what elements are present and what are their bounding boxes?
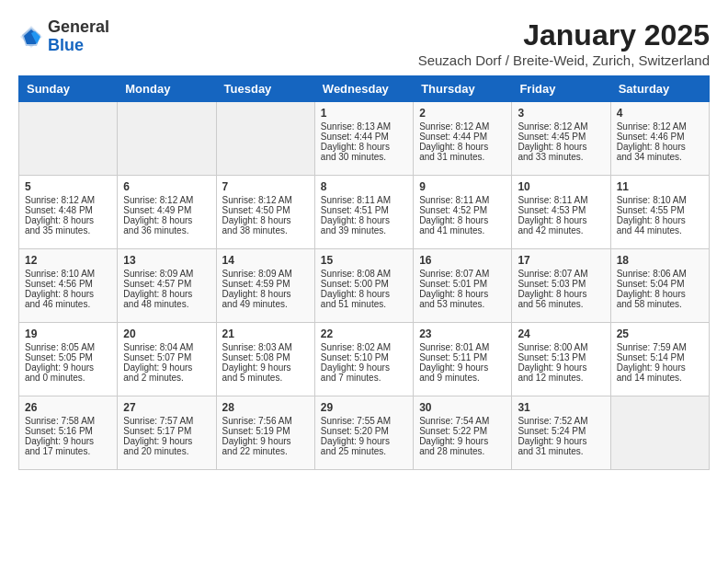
day-info: Daylight: 8 hours bbox=[321, 289, 407, 299]
weekday-header-sunday: Sunday bbox=[19, 76, 118, 102]
calendar-cell: 4Sunrise: 8:12 AMSunset: 4:46 PMDaylight… bbox=[610, 102, 709, 176]
calendar-cell: 2Sunrise: 8:12 AMSunset: 4:44 PMDaylight… bbox=[414, 102, 512, 176]
day-info: Sunset: 4:49 PM bbox=[123, 205, 210, 215]
day-info: Sunrise: 8:12 AM bbox=[419, 121, 506, 132]
calendar-cell bbox=[118, 102, 216, 176]
day-number: 13 bbox=[123, 254, 210, 267]
calendar-cell: 6Sunrise: 8:12 AMSunset: 4:49 PMDaylight… bbox=[118, 176, 216, 249]
day-number: 27 bbox=[123, 401, 210, 414]
calendar-cell: 21Sunrise: 8:03 AMSunset: 5:08 PMDayligh… bbox=[216, 323, 314, 396]
day-info: Daylight: 8 hours bbox=[123, 289, 210, 299]
day-info: Sunrise: 8:12 AM bbox=[518, 121, 604, 132]
day-info: Sunrise: 8:10 AM bbox=[25, 269, 111, 279]
day-info: Sunrise: 7:59 AM bbox=[617, 342, 703, 352]
calendar-week-row: 5Sunrise: 8:12 AMSunset: 4:48 PMDaylight… bbox=[19, 176, 710, 249]
weekday-header-monday: Monday bbox=[118, 76, 216, 102]
calendar-cell: 7Sunrise: 8:12 AMSunset: 4:50 PMDaylight… bbox=[216, 176, 314, 249]
calendar-subtitle: Seuzach Dorf / Breite-Weid, Zurich, Swit… bbox=[418, 52, 710, 68]
weekday-header-friday: Friday bbox=[512, 76, 610, 102]
day-info: Sunrise: 8:05 AM bbox=[25, 342, 111, 352]
day-info: and 5 minutes. bbox=[222, 373, 309, 383]
day-info: and 2 minutes. bbox=[123, 373, 210, 383]
day-info: Daylight: 9 hours bbox=[123, 436, 210, 446]
day-number: 9 bbox=[419, 180, 506, 193]
day-number: 5 bbox=[25, 180, 111, 193]
logo-icon bbox=[18, 24, 44, 50]
calendar-cell: 29Sunrise: 7:55 AMSunset: 5:20 PMDayligh… bbox=[314, 396, 413, 470]
day-info: Sunrise: 8:09 AM bbox=[222, 269, 309, 279]
day-info: Sunset: 5:08 PM bbox=[222, 352, 309, 362]
calendar-title: January 2025 bbox=[418, 18, 710, 52]
day-info: Sunrise: 8:03 AM bbox=[222, 342, 309, 352]
day-info: Sunrise: 8:07 AM bbox=[518, 269, 604, 279]
day-info: Sunrise: 8:10 AM bbox=[617, 195, 703, 205]
day-info: Sunrise: 7:55 AM bbox=[321, 416, 407, 426]
day-info: and 30 minutes. bbox=[321, 152, 407, 162]
logo: General Blue bbox=[18, 18, 109, 55]
day-info: Sunset: 4:48 PM bbox=[25, 205, 111, 215]
day-number: 17 bbox=[518, 254, 604, 267]
day-info: Daylight: 8 hours bbox=[222, 289, 309, 299]
day-number: 7 bbox=[222, 180, 309, 193]
weekday-header-wednesday: Wednesday bbox=[314, 76, 413, 102]
day-info: Daylight: 9 hours bbox=[222, 436, 309, 446]
day-info: Sunrise: 7:54 AM bbox=[419, 416, 506, 426]
day-info: and 17 minutes. bbox=[25, 446, 111, 456]
calendar-cell: 15Sunrise: 8:08 AMSunset: 5:00 PMDayligh… bbox=[314, 249, 413, 323]
day-info: Sunrise: 8:09 AM bbox=[123, 269, 210, 279]
calendar-cell: 24Sunrise: 8:00 AMSunset: 5:13 PMDayligh… bbox=[512, 323, 610, 396]
calendar-cell bbox=[610, 396, 709, 470]
day-info: Sunset: 4:53 PM bbox=[518, 205, 604, 215]
day-info: and 31 minutes. bbox=[419, 152, 506, 162]
day-info: Daylight: 9 hours bbox=[222, 362, 309, 373]
day-info: and 33 minutes. bbox=[518, 152, 604, 162]
day-info: Daylight: 8 hours bbox=[321, 142, 407, 152]
day-info: Sunset: 5:20 PM bbox=[321, 426, 407, 436]
title-area: January 2025 Seuzach Dorf / Breite-Weid,… bbox=[418, 18, 710, 68]
calendar-cell: 26Sunrise: 7:58 AMSunset: 5:16 PMDayligh… bbox=[19, 396, 118, 470]
day-info: and 38 minutes. bbox=[222, 225, 309, 236]
calendar-cell: 5Sunrise: 8:12 AMSunset: 4:48 PMDaylight… bbox=[19, 176, 118, 249]
day-info: Sunrise: 8:02 AM bbox=[321, 342, 407, 352]
day-info: and 22 minutes. bbox=[222, 446, 309, 456]
calendar-cell bbox=[216, 102, 314, 176]
day-info: Sunset: 4:50 PM bbox=[222, 205, 309, 215]
calendar-cell: 19Sunrise: 8:05 AMSunset: 5:05 PMDayligh… bbox=[19, 323, 118, 396]
day-number: 29 bbox=[321, 401, 407, 414]
calendar-cell: 1Sunrise: 8:13 AMSunset: 4:44 PMDaylight… bbox=[314, 102, 413, 176]
day-number: 31 bbox=[518, 401, 604, 414]
day-info: Sunrise: 8:00 AM bbox=[518, 342, 604, 352]
calendar-cell: 16Sunrise: 8:07 AMSunset: 5:01 PMDayligh… bbox=[414, 249, 512, 323]
day-number: 3 bbox=[518, 107, 604, 120]
day-info: Sunrise: 8:04 AM bbox=[123, 342, 210, 352]
day-info: and 20 minutes. bbox=[123, 446, 210, 456]
day-info: Sunset: 5:19 PM bbox=[222, 426, 309, 436]
day-number: 2 bbox=[419, 107, 506, 120]
day-info: Daylight: 8 hours bbox=[419, 142, 506, 152]
day-info: Sunset: 5:00 PM bbox=[321, 279, 407, 289]
day-info: Daylight: 8 hours bbox=[518, 215, 604, 225]
day-info: Daylight: 8 hours bbox=[25, 289, 111, 299]
day-info: and 42 minutes. bbox=[518, 225, 604, 236]
calendar-table: SundayMondayTuesdayWednesdayThursdayFrid… bbox=[18, 75, 710, 470]
day-info: and 34 minutes. bbox=[617, 152, 703, 162]
day-info: and 58 minutes. bbox=[617, 299, 703, 309]
calendar-week-row: 19Sunrise: 8:05 AMSunset: 5:05 PMDayligh… bbox=[19, 323, 710, 396]
day-info: Sunset: 4:57 PM bbox=[123, 279, 210, 289]
day-info: Sunset: 4:59 PM bbox=[222, 279, 309, 289]
calendar-cell: 8Sunrise: 8:11 AMSunset: 4:51 PMDaylight… bbox=[314, 176, 413, 249]
day-info: and 25 minutes. bbox=[321, 446, 407, 456]
day-info: and 12 minutes. bbox=[518, 373, 604, 383]
day-number: 26 bbox=[25, 401, 111, 414]
calendar-cell: 3Sunrise: 8:12 AMSunset: 4:45 PMDaylight… bbox=[512, 102, 610, 176]
day-info: Sunset: 4:45 PM bbox=[518, 132, 604, 142]
day-info: Sunrise: 8:12 AM bbox=[25, 195, 111, 205]
day-info: Sunrise: 8:07 AM bbox=[419, 269, 506, 279]
calendar-cell: 30Sunrise: 7:54 AMSunset: 5:22 PMDayligh… bbox=[414, 396, 512, 470]
day-info: Daylight: 8 hours bbox=[123, 215, 210, 225]
day-number: 30 bbox=[419, 401, 506, 414]
day-info: Sunrise: 8:08 AM bbox=[321, 269, 407, 279]
day-info: Daylight: 8 hours bbox=[617, 215, 703, 225]
calendar-cell: 13Sunrise: 8:09 AMSunset: 4:57 PMDayligh… bbox=[118, 249, 216, 323]
day-number: 18 bbox=[617, 254, 703, 267]
